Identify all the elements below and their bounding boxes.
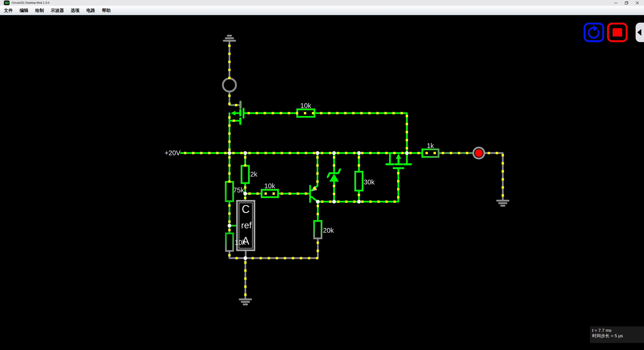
menu-item-5[interactable]: 电路 — [86, 7, 95, 13]
current-dot — [316, 180, 319, 183]
current-dot — [450, 152, 452, 154]
wire-led-to-ground[interactable] — [484, 153, 503, 199]
current-dot — [236, 257, 238, 259]
resistor-20k[interactable] — [314, 221, 322, 238]
close-icon — [635, 1, 640, 5]
current-dot — [360, 112, 362, 114]
current-dot — [272, 192, 275, 195]
resistor-75k[interactable] — [226, 182, 233, 201]
current-dot — [502, 154, 504, 156]
current-dot — [248, 112, 250, 114]
label-r-2k: 2k — [250, 170, 258, 178]
current-dot — [317, 213, 319, 215]
menu-item-1[interactable]: 编辑 — [20, 7, 28, 13]
current-dot — [353, 152, 355, 154]
current-dot — [317, 250, 319, 252]
junction-dot — [357, 200, 361, 204]
junction-dot — [228, 151, 231, 155]
resistor-30k[interactable] — [355, 172, 362, 191]
current-dot — [228, 156, 230, 159]
current-dot — [426, 152, 428, 154]
resistor-10k-mid[interactable] — [262, 190, 278, 197]
label-r-10k-top: 10k — [300, 102, 311, 109]
current-dot — [337, 200, 340, 203]
current-dot — [248, 192, 251, 195]
current-dot — [377, 152, 380, 154]
current-dot — [244, 261, 246, 264]
current-dot — [369, 200, 372, 203]
current-dot — [228, 164, 230, 167]
pmos-arrow[interactable] — [231, 111, 236, 115]
current-dot — [235, 104, 237, 106]
current-dot — [232, 152, 234, 154]
minimize-icon — [614, 1, 618, 5]
wire-source-to-drain[interactable] — [230, 91, 240, 105]
circuit-drawing[interactable]: +20V10k2k75k10k10k20k30k1kCrefA — [0, 0, 644, 350]
led[interactable] — [475, 149, 483, 157]
restore-button[interactable] — [621, 0, 632, 6]
label-r-10k-mid: 10k — [264, 182, 275, 190]
current-dot — [232, 119, 235, 122]
current-dot — [297, 152, 299, 154]
menu-item-2[interactable]: 绘制 — [35, 7, 44, 13]
chevron-left-icon — [636, 28, 643, 37]
current-dot — [392, 112, 395, 114]
junction-dot — [332, 151, 336, 155]
current-dot — [228, 180, 230, 183]
current-dot — [305, 152, 307, 154]
current-dot — [313, 187, 316, 189]
current-dot — [333, 164, 335, 167]
stop-button[interactable] — [607, 23, 628, 42]
current-dot — [200, 152, 202, 154]
reset-button[interactable] — [584, 23, 604, 42]
junction-dot — [244, 256, 247, 260]
current-dot — [394, 200, 396, 203]
junction-dot — [316, 151, 319, 155]
current-dot — [228, 172, 230, 175]
menu-item-0[interactable]: 文件 — [4, 7, 13, 13]
current-dot — [406, 123, 408, 125]
wire-gate-line[interactable] — [244, 113, 407, 153]
current-source[interactable] — [223, 78, 236, 91]
menu-item-4[interactable]: 选项 — [71, 7, 80, 13]
current-dot — [502, 170, 504, 172]
current-dot — [333, 156, 335, 159]
current-dot — [410, 152, 412, 154]
current-dot — [280, 152, 283, 154]
close-button[interactable] — [632, 0, 643, 6]
titlebar: CircuitJS1 Desktop Mod 1.3.0 — [0, 0, 644, 6]
wire-emitter[interactable] — [312, 153, 318, 190]
resistor-10k-bottom[interactable] — [226, 233, 233, 251]
current-dot — [329, 152, 331, 154]
current-dot — [401, 152, 404, 154]
menubar: 文件编辑绘制示波器选项电路帮助 — [0, 6, 644, 15]
current-dot — [256, 112, 258, 114]
current-dot — [358, 164, 360, 167]
menu-item-3[interactable]: 示波器 — [51, 7, 64, 13]
current-dot — [328, 112, 330, 114]
current-dot — [289, 192, 291, 195]
app-icon — [4, 0, 10, 5]
current-dot — [358, 156, 360, 159]
current-dot — [272, 112, 274, 114]
current-dot — [252, 257, 254, 259]
nmos-arrow[interactable] — [396, 154, 401, 159]
resistor-1k[interactable] — [422, 149, 438, 157]
current-dot — [384, 112, 387, 114]
current-dot — [280, 112, 282, 114]
resistor-2k[interactable] — [242, 166, 249, 183]
current-dot — [228, 124, 230, 127]
label-box-ref: ref — [241, 220, 252, 230]
minimize-button[interactable] — [610, 0, 621, 6]
current-dot — [406, 147, 408, 149]
current-dot — [244, 186, 246, 189]
zener-anode[interactable] — [330, 174, 339, 182]
current-dot — [488, 152, 490, 154]
current-dot — [397, 172, 400, 174]
sim-time: t = 7.7 ms — [592, 328, 644, 333]
current-dot — [228, 61, 230, 63]
menu-item-6[interactable]: 帮助 — [102, 7, 111, 13]
junction-dot — [332, 200, 336, 204]
current-dot — [344, 112, 346, 114]
sidebar-collapse-handle[interactable] — [636, 23, 644, 42]
